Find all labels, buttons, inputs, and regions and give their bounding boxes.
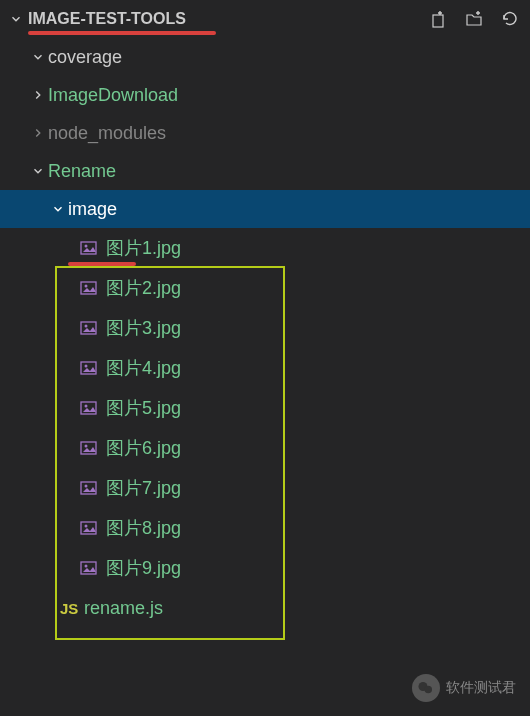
file-rename-js[interactable]: JS rename.js: [0, 588, 530, 628]
svg-point-16: [85, 525, 88, 528]
file-label: 图片3.jpg: [106, 316, 181, 340]
svg-rect-3: [81, 282, 96, 294]
file-label: 图片8.jpg: [106, 516, 181, 540]
file-image-item[interactable]: 图片5.jpg: [0, 388, 530, 428]
folder-coverage[interactable]: coverage: [0, 38, 530, 76]
svg-point-12: [85, 445, 88, 448]
file-image-item[interactable]: 图片8.jpg: [0, 508, 530, 548]
chevron-down-icon: [28, 50, 48, 64]
watermark-text: 软件测试君: [446, 679, 516, 697]
folder-label: ImageDownload: [48, 85, 178, 106]
annotation-underline: [28, 31, 216, 35]
wechat-icon: [412, 674, 440, 702]
file-label: 图片2.jpg: [106, 276, 181, 300]
svg-point-14: [85, 485, 88, 488]
file-explorer: IMAGE-TEST-TOOLS coverage ImageDownload: [0, 0, 530, 716]
chevron-down-icon: [48, 202, 68, 216]
svg-point-18: [85, 565, 88, 568]
folder-image[interactable]: image: [0, 190, 530, 228]
js-file-icon: JS: [60, 600, 84, 617]
svg-point-20: [425, 686, 433, 694]
chevron-right-icon: [28, 88, 48, 102]
file-label: 图片7.jpg: [106, 476, 181, 500]
new-file-icon[interactable]: [426, 7, 450, 31]
new-folder-icon[interactable]: [462, 7, 486, 31]
file-label: 图片1.jpg: [106, 236, 181, 260]
image-file-icon: [80, 439, 98, 457]
annotation-underline: [68, 262, 136, 266]
folder-label: coverage: [48, 47, 122, 68]
file-image-item[interactable]: 图片9.jpg: [0, 548, 530, 588]
svg-rect-5: [81, 322, 96, 334]
chevron-right-icon: [28, 126, 48, 140]
image-file-icon: [80, 239, 98, 257]
file-image-item[interactable]: 图片4.jpg: [0, 348, 530, 388]
svg-point-10: [85, 405, 88, 408]
file-image-item[interactable]: 图片6.jpg: [0, 428, 530, 468]
image-file-icon: [80, 399, 98, 417]
chevron-down-icon: [28, 164, 48, 178]
svg-rect-15: [81, 522, 96, 534]
svg-point-4: [85, 285, 88, 288]
watermark: 软件测试君: [412, 674, 516, 702]
file-image-item[interactable]: 图片2.jpg: [0, 268, 530, 308]
file-label: rename.js: [84, 598, 163, 619]
svg-rect-13: [81, 482, 96, 494]
image-file-icon: [80, 479, 98, 497]
svg-rect-0: [433, 15, 443, 27]
file-label: 图片4.jpg: [106, 356, 181, 380]
svg-rect-7: [81, 362, 96, 374]
folder-node-modules[interactable]: node_modules: [0, 114, 530, 152]
file-image-item[interactable]: 图片7.jpg: [0, 468, 530, 508]
svg-rect-17: [81, 562, 96, 574]
refresh-icon[interactable]: [498, 7, 522, 31]
image-file-icon: [80, 519, 98, 537]
svg-point-2: [85, 245, 88, 248]
folder-image-download[interactable]: ImageDownload: [0, 76, 530, 114]
file-label: 图片6.jpg: [106, 436, 181, 460]
svg-rect-9: [81, 402, 96, 414]
chevron-down-icon[interactable]: [6, 12, 26, 26]
folder-rename[interactable]: Rename: [0, 152, 530, 190]
file-label: 图片9.jpg: [106, 556, 181, 580]
image-file-icon: [80, 359, 98, 377]
header-actions: [426, 7, 522, 31]
image-file-icon: [80, 559, 98, 577]
files-list: 图片1.jpg图片2.jpg图片3.jpg图片4.jpg图片5.jpg图片6.j…: [0, 228, 530, 588]
folder-label: image: [68, 199, 117, 220]
svg-rect-1: [81, 242, 96, 254]
file-image-item[interactable]: 图片3.jpg: [0, 308, 530, 348]
svg-rect-11: [81, 442, 96, 454]
image-file-icon: [80, 279, 98, 297]
file-label: 图片5.jpg: [106, 396, 181, 420]
image-file-icon: [80, 319, 98, 337]
folder-label: Rename: [48, 161, 116, 182]
project-title: IMAGE-TEST-TOOLS: [28, 10, 186, 28]
folder-label: node_modules: [48, 123, 166, 144]
svg-point-8: [85, 365, 88, 368]
svg-point-6: [85, 325, 88, 328]
